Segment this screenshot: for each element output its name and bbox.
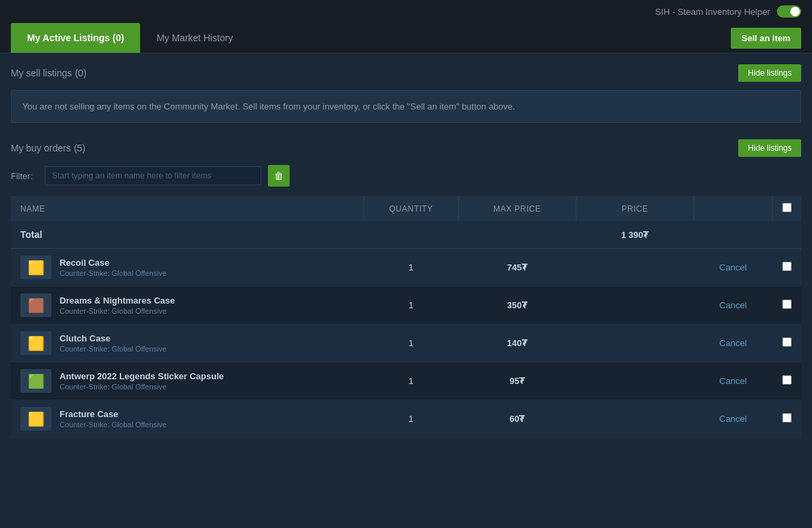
sell-item-button[interactable]: Sell an item: [731, 28, 801, 49]
item-name: Dreams & Nightmares Case: [60, 295, 175, 306]
item-quantity: 1: [364, 325, 459, 362]
item-info: 🟩 Antwerp 2022 Legends Sticker Capsule C…: [20, 369, 355, 393]
filter-input[interactable]: [45, 166, 261, 185]
item-max-price: 140₮: [458, 325, 576, 362]
hide-sell-listings-button[interactable]: Hide listings: [738, 64, 801, 82]
cancel-button[interactable]: Cancel: [719, 338, 746, 348]
table-row: 🟩 Antwerp 2022 Legends Sticker Capsule C…: [11, 362, 801, 400]
item-quantity: 1: [364, 287, 459, 325]
item-quantity: 1: [364, 249, 459, 287]
item-game: Counter-Strike: Global Offensive: [60, 269, 166, 277]
item-info: 🟨 Clutch Case Counter-Strike: Global Off…: [20, 331, 355, 355]
col-header-quantity: QUANTITY: [364, 196, 459, 221]
col-header-maxprice: MAX PRICE: [458, 196, 576, 221]
table-row: 🟫 Dreams & Nightmares Case Counter-Strik…: [11, 287, 801, 325]
sell-listings-header: My sell listings (0) Hide listings: [11, 64, 801, 82]
main-content: My sell listings (0) Hide listings You a…: [0, 53, 812, 449]
item-thumbnail: 🟩: [20, 369, 51, 393]
item-checkbox[interactable]: [782, 299, 792, 309]
item-game: Counter-Strike: Global Offensive: [60, 307, 175, 315]
buy-orders-table: NAME QUANTITY MAX PRICE PRICE Total 1 39…: [11, 196, 801, 438]
total-row: Total 1 390₮: [11, 221, 801, 249]
table-row: 🟨 Recoil Case Counter-Strike: Global Off…: [11, 249, 801, 287]
item-name: Clutch Case: [60, 333, 166, 343]
table-row: 🟨 Clutch Case Counter-Strike: Global Off…: [11, 325, 801, 362]
select-all-checkbox[interactable]: [782, 203, 792, 212]
buy-orders-header: My buy orders (5) Hide listings: [11, 139, 801, 157]
sell-listings-info: You are not selling any items on the Com…: [11, 90, 801, 123]
tab-active-listings[interactable]: My Active Listings (0): [11, 23, 140, 53]
cancel-button[interactable]: Cancel: [719, 262, 746, 272]
item-thumbnail: 🟨: [20, 331, 51, 355]
trash-icon: 🗑: [274, 170, 284, 181]
filter-row: Filter: 🗑: [11, 165, 801, 187]
item-name: Recoil Case: [60, 258, 166, 268]
item-checkbox[interactable]: [782, 413, 792, 423]
item-max-price: 350₮: [458, 287, 576, 325]
tab-market-history[interactable]: My Market History: [140, 23, 249, 53]
cancel-button[interactable]: Cancel: [719, 300, 746, 310]
sell-listings-title: My sell listings (0): [11, 67, 87, 79]
col-header-name: NAME: [11, 196, 364, 221]
item-info: 🟨 Fracture Case Counter-Strike: Global O…: [20, 407, 355, 431]
tab-bar: My Active Listings (0) My Market History…: [0, 23, 812, 53]
item-checkbox[interactable]: [782, 375, 792, 385]
item-name: Antwerp 2022 Legends Sticker Capsule: [60, 371, 224, 381]
hide-buy-orders-button[interactable]: Hide listings: [738, 139, 801, 157]
clear-filter-button[interactable]: 🗑: [268, 165, 290, 187]
buy-orders-title: My buy orders (5): [11, 142, 85, 154]
item-info: 🟫 Dreams & Nightmares Case Counter-Strik…: [20, 293, 355, 317]
top-bar: SIH - Steam Inventory Helper: [0, 0, 812, 23]
item-game: Counter-Strike: Global Offensive: [60, 345, 166, 353]
item-checkbox[interactable]: [782, 262, 792, 271]
table-row: 🟨 Fracture Case Counter-Strike: Global O…: [11, 400, 801, 438]
item-thumbnail: 🟫: [20, 293, 51, 317]
item-checkbox[interactable]: [782, 337, 792, 347]
cancel-button[interactable]: Cancel: [719, 376, 746, 386]
col-header-price: PRICE: [576, 196, 694, 221]
filter-label: Filter:: [11, 171, 38, 181]
item-quantity: 1: [364, 400, 459, 438]
item-game: Counter-Strike: Global Offensive: [60, 383, 224, 391]
col-header-check: [772, 196, 801, 221]
item-info: 🟨 Recoil Case Counter-Strike: Global Off…: [20, 256, 355, 279]
sih-toggle[interactable]: [777, 5, 801, 18]
item-thumbnail: 🟨: [20, 256, 51, 279]
item-max-price: 745₮: [458, 249, 576, 287]
total-price: 1 390₮: [576, 221, 694, 249]
item-quantity: 1: [364, 362, 459, 400]
item-max-price: 60₮: [458, 400, 576, 438]
item-name: Fracture Case: [60, 409, 166, 419]
total-label: Total: [20, 229, 42, 240]
table-header-row: NAME QUANTITY MAX PRICE PRICE: [11, 196, 801, 221]
item-thumbnail: 🟨: [20, 407, 51, 431]
cancel-button[interactable]: Cancel: [719, 414, 746, 424]
col-header-action: [694, 196, 772, 221]
item-game: Counter-Strike: Global Offensive: [60, 421, 166, 429]
sih-label: SIH - Steam Inventory Helper: [655, 7, 770, 17]
item-max-price: 95₮: [458, 362, 576, 400]
